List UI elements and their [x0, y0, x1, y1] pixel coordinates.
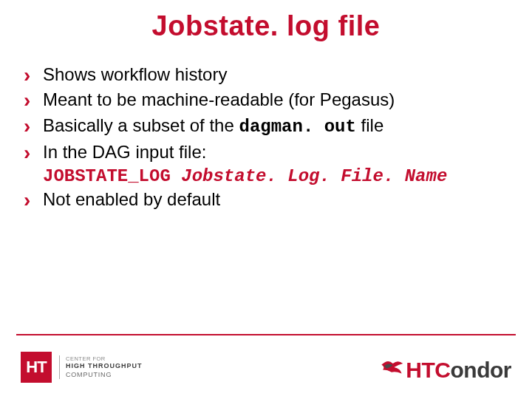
code-inline: dagman. out — [239, 117, 355, 137]
bullet-text-post: file — [356, 115, 383, 135]
footer-divider — [16, 334, 516, 335]
logo-htcondor: HTCondor — [379, 358, 511, 383]
bullet-text: In the DAG input file: — [43, 142, 206, 162]
code-line: JOBSTATE_LOG Jobstate. Log. File. Name — [21, 166, 511, 186]
logo-htcondor-text: HTCondor — [406, 358, 511, 383]
bullet-list: Not enabled by default — [21, 188, 511, 211]
slide-title: Jobstate. log file — [0, 0, 532, 42]
list-item: Meant to be machine-readable (for Pegasu… — [21, 88, 511, 112]
logo-text-red: HTC — [406, 358, 450, 382]
list-item: Basically a subset of the dagman. out fi… — [21, 114, 511, 139]
bullet-list: Shows workflow history Meant to be machi… — [21, 63, 511, 165]
logo-line: COMPUTING — [66, 371, 143, 379]
slide: Jobstate. log file Shows workflow histor… — [0, 0, 532, 399]
bullet-text: Shows workflow history — [43, 64, 227, 84]
list-item: Shows workflow history — [21, 63, 511, 86]
code-keyword: JOBSTATE_LOG — [43, 166, 181, 186]
logo-line: HIGH THROUGHPUT — [66, 362, 143, 370]
bullet-text-pre: Basically a subset of the — [43, 115, 239, 135]
logo-line: CENTER FOR — [66, 355, 143, 362]
bullet-text: Meant to be machine-readable (for Pegasu… — [43, 89, 395, 109]
list-item: Not enabled by default — [21, 188, 511, 211]
list-item: In the DAG input file: — [21, 140, 511, 164]
code-argument: Jobstate. Log. File. Name — [181, 166, 447, 186]
logo-chtc-mark: HT — [21, 352, 52, 383]
logo-text-dark: ondor — [451, 358, 511, 382]
bullet-text: Not enabled by default — [43, 189, 220, 209]
condor-icon — [379, 355, 404, 380]
logo-chtc: HT CENTER FOR HIGH THROUGHPUT COMPUTING — [21, 352, 143, 383]
slide-body: Shows workflow history Meant to be machi… — [0, 42, 532, 211]
logo-chtc-text: CENTER FOR HIGH THROUGHPUT COMPUTING — [59, 355, 143, 379]
